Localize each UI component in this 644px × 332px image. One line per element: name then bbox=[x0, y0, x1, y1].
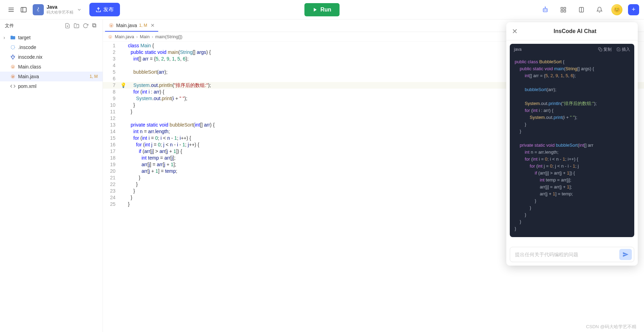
grid-icon[interactable] bbox=[557, 3, 570, 16]
svg-rect-14 bbox=[561, 10, 563, 12]
tab-main-java[interactable]: Main.java 1, M ✕ bbox=[105, 20, 158, 32]
breadcrumb-item[interactable]: main(String[]) bbox=[155, 34, 183, 39]
bell-icon[interactable] bbox=[593, 3, 606, 16]
refresh-icon[interactable] bbox=[82, 23, 89, 29]
insert-button[interactable]: 插入 bbox=[617, 47, 630, 52]
svg-rect-29 bbox=[600, 49, 602, 51]
svg-rect-12 bbox=[561, 7, 563, 9]
svg-point-11 bbox=[545, 7, 546, 7]
menu-icon[interactable] bbox=[5, 3, 17, 16]
ai-code-content[interactable]: public class BubbleSort { public static … bbox=[510, 55, 634, 237]
file-Main-java[interactable]: Main.java1, M bbox=[0, 72, 103, 81]
glyph-margin: 💡 bbox=[120, 42, 126, 332]
run-button[interactable]: Run bbox=[304, 3, 339, 16]
new-file-icon[interactable] bbox=[64, 23, 71, 29]
close-icon[interactable]: ✕ bbox=[151, 23, 155, 28]
file-Main-class[interactable]: Main.class bbox=[0, 62, 103, 72]
run-label: Run bbox=[320, 7, 331, 13]
plus-button[interactable]: + bbox=[628, 4, 639, 15]
java-icon bbox=[33, 4, 44, 15]
avatar[interactable]: 😊 bbox=[611, 4, 622, 15]
tab-status: 1, M bbox=[139, 23, 147, 28]
file-pom-xml[interactable]: pom.xml bbox=[0, 81, 103, 91]
ai-chat-panel: ✕ InsCode AI Chat java 复制 插入 public clas… bbox=[506, 22, 638, 266]
svg-point-24 bbox=[11, 46, 15, 49]
close-icon[interactable]: ✕ bbox=[512, 27, 518, 35]
svg-rect-13 bbox=[564, 7, 566, 9]
svg-point-27 bbox=[109, 23, 113, 27]
breadcrumb-item[interactable]: Main bbox=[140, 34, 150, 39]
file--inscode[interactable]: .inscode bbox=[0, 42, 103, 52]
breadcrumb-item[interactable]: Main.java bbox=[115, 34, 134, 39]
svg-point-9 bbox=[546, 10, 547, 10]
project-selector[interactable]: Java 码大哈学艺不精 bbox=[33, 4, 73, 15]
ai-code-lang: java bbox=[514, 47, 593, 52]
project-name: Java bbox=[47, 4, 73, 10]
java-file-icon bbox=[108, 23, 114, 28]
book-icon[interactable] bbox=[575, 3, 588, 16]
java-file-icon bbox=[108, 34, 113, 39]
chevron-right-icon: › bbox=[152, 34, 153, 39]
ai-input-field[interactable] bbox=[515, 252, 619, 257]
svg-rect-15 bbox=[564, 10, 566, 12]
chevron-down-icon[interactable] bbox=[77, 7, 82, 12]
publish-button[interactable]: 发布 bbox=[89, 3, 120, 16]
svg-rect-3 bbox=[21, 7, 26, 12]
file-inscode-nix[interactable]: inscode.nix bbox=[0, 52, 103, 62]
topbar: Java 码大哈学艺不精 发布 Run 😊 + bbox=[0, 0, 644, 19]
svg-point-25 bbox=[11, 65, 15, 69]
svg-rect-23 bbox=[92, 24, 95, 26]
file-tree: ›target.inscodeinscode.nixMain.classMain… bbox=[0, 32, 103, 332]
copy-button[interactable]: 复制 bbox=[598, 47, 612, 52]
ai-input bbox=[510, 247, 634, 262]
gutter: 1234567891011121314151617181920212223242… bbox=[103, 42, 120, 332]
svg-rect-22 bbox=[93, 24, 96, 27]
file-sidebar: 文件 ›target.inscodeinscode.nixMain.classM… bbox=[0, 19, 103, 332]
sidebar-title: 文件 bbox=[5, 23, 14, 29]
project-owner: 码大哈学艺不精 bbox=[47, 10, 73, 15]
ai-code-block: java 复制 插入 public class BubbleSort { pub… bbox=[510, 44, 634, 237]
collapse-icon[interactable] bbox=[91, 23, 98, 29]
publish-label: 发布 bbox=[103, 6, 114, 13]
svg-marker-6 bbox=[314, 8, 316, 11]
chevron-right-icon: › bbox=[136, 34, 138, 39]
svg-point-8 bbox=[544, 10, 545, 10]
tab-label: Main.java bbox=[116, 23, 137, 28]
watermark: CSDN @码大哈学艺不精 bbox=[586, 324, 636, 330]
new-folder-icon[interactable] bbox=[73, 23, 80, 29]
panel-icon[interactable] bbox=[17, 3, 30, 16]
robot-icon[interactable] bbox=[539, 3, 552, 16]
ai-panel-title: InsCode AI Chat bbox=[518, 28, 632, 34]
file-target[interactable]: ›target bbox=[0, 33, 103, 42]
send-button[interactable] bbox=[619, 249, 632, 260]
svg-point-28 bbox=[108, 35, 112, 39]
